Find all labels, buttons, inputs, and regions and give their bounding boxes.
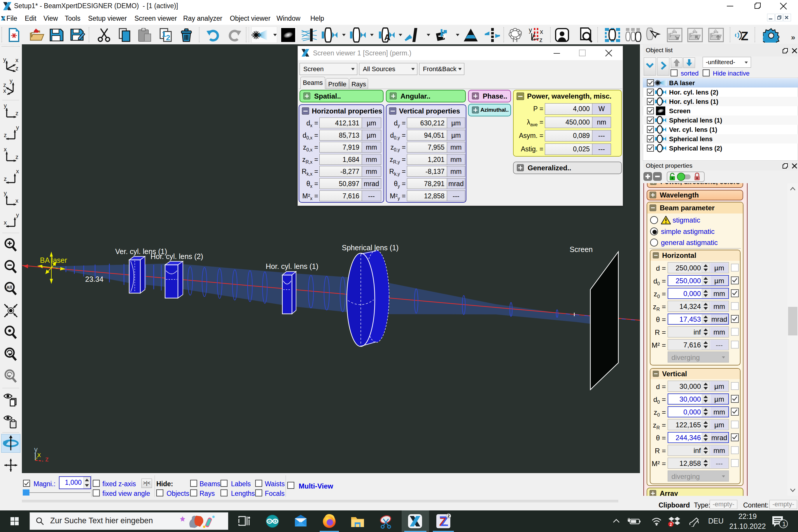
svg-text:y: y	[16, 213, 19, 218]
svg-text:x: x	[16, 57, 18, 63]
svg-text:23.34: 23.34	[85, 275, 103, 283]
svg-text:z: z	[4, 132, 7, 138]
svg-text:x: x	[16, 170, 19, 174]
svg-text:x: x	[4, 219, 7, 226]
svg-text:x: x	[16, 197, 18, 204]
svg-text:1: 1	[782, 520, 786, 528]
svg-text:Screen: Screen	[570, 245, 593, 253]
svg-text:y: y	[4, 104, 7, 109]
svg-text:Hor. cyl. lens (2): Hor. cyl. lens (2)	[151, 252, 203, 261]
svg-text:1: 1	[162, 30, 166, 38]
svg-text:y: y	[529, 27, 532, 34]
svg-text:A: A	[384, 32, 391, 42]
svg-text:x: x	[4, 148, 7, 153]
svg-text:y: y	[4, 192, 7, 196]
svg-text:Z: Z	[741, 29, 748, 43]
svg-text:z: z	[16, 110, 18, 116]
svg-text:y: y	[10, 79, 13, 84]
svg-text:z: z	[4, 176, 7, 182]
svg-text:x: x	[37, 451, 41, 458]
svg-text:All: All	[6, 285, 12, 290]
svg-text:y: y	[3, 57, 6, 63]
svg-text:z: z	[16, 65, 18, 72]
svg-text:z: z	[45, 455, 49, 463]
svg-text:BA laser: BA laser	[40, 256, 67, 264]
svg-text:Hor. cyl. lens (1): Hor. cyl. lens (1)	[266, 262, 319, 270]
svg-text:y: y	[16, 126, 19, 131]
svg-text:2: 2	[670, 522, 672, 527]
svg-text:z: z	[3, 82, 6, 88]
svg-text:x: x	[540, 28, 543, 35]
svg-text:2: 2	[448, 514, 450, 518]
svg-text:x: x	[3, 88, 6, 94]
svg-text:z: z	[539, 36, 543, 43]
svg-text:2: 2	[166, 33, 170, 42]
svg-text:Spherical lens (1): Spherical lens (1)	[342, 244, 399, 252]
svg-text:z: z	[16, 154, 18, 160]
